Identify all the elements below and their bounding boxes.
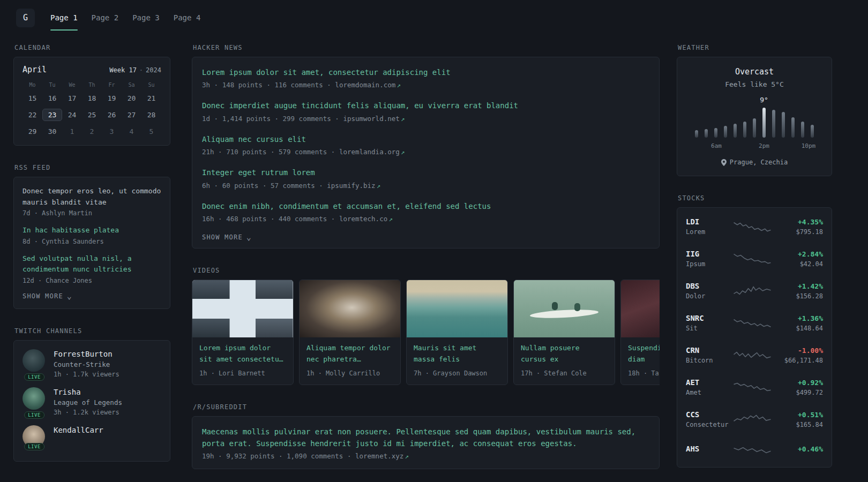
- news-title[interactable]: Aliquam nec cursus elit: [202, 133, 649, 145]
- weather-feels-like: Feels like 5°C: [686, 80, 823, 88]
- twitch-section-title: TWITCH CHANNELS: [14, 327, 170, 335]
- video-title[interactable]: Nullam posuere cursus ex: [521, 343, 608, 365]
- video-thumbnail[interactable]: [407, 280, 507, 337]
- rss-item-title[interactable]: Sed volutpat nulla nisl, a condimentum n…: [23, 253, 161, 275]
- stock-ticker[interactable]: SNRC: [686, 314, 733, 322]
- channel-name[interactable]: Trisha: [54, 387, 122, 396]
- video-card[interactable]: Suspendisse porta diam 18h · Tara: [620, 280, 660, 385]
- news-domain-link[interactable]: loremdomain.com: [335, 81, 395, 89]
- video-thumbnail[interactable]: [621, 280, 660, 337]
- stock-row[interactable]: DBS Dolor +1.42% $156.28: [686, 275, 823, 307]
- stock-row[interactable]: SNRC Sit +1.36% $148.64: [686, 307, 823, 339]
- video-title[interactable]: Suspendisse porta diam: [628, 343, 660, 365]
- twitch-channel[interactable]: LIVE KendallCarr: [23, 425, 161, 448]
- video-title[interactable]: Aliquam tempor dolor nec pharetra…: [306, 343, 393, 365]
- stock-ticker[interactable]: AET: [686, 378, 733, 387]
- news-title[interactable]: Donec imperdiet augue tincidunt felis al…: [202, 100, 649, 111]
- dashboard: CALENDAR April Week 17·2024 Mo Tu We Th …: [0, 35, 868, 482]
- tab-page-4[interactable]: Page 4: [167, 0, 208, 35]
- reddit-post[interactable]: Maecenas mollis pulvinar erat non posuer…: [202, 426, 649, 461]
- stock-name: Ipsum: [686, 260, 733, 268]
- news-item[interactable]: Integer eget rutrum lorem 6h · 60 points…: [202, 167, 649, 189]
- stock-row[interactable]: CRN Bitcorn -1.00% $66,171.48: [686, 339, 823, 371]
- stock-ticker[interactable]: AHS: [686, 445, 733, 453]
- channel-category[interactable]: Counter-Strike: [54, 360, 119, 368]
- stock-row[interactable]: IIG Ipsum +2.84% $42.04: [686, 243, 823, 275]
- stock-change: +0.51%: [772, 411, 823, 419]
- stock-row[interactable]: LDI Lorem +4.35% $795.18: [686, 210, 823, 243]
- news-item[interactable]: Donec enim nibh, condimentum et accumsan…: [202, 200, 649, 223]
- stock-ticker[interactable]: LDI: [686, 217, 733, 226]
- stock-name: Consectetur: [686, 421, 733, 428]
- post-title[interactable]: Maecenas mollis pulvinar erat non posuer…: [202, 426, 649, 450]
- stock-row[interactable]: CCS Consectetur +0.51% $165.84: [686, 403, 823, 435]
- stock-sparkline: [733, 315, 772, 330]
- rss-section-title: RSS FEED: [14, 164, 170, 171]
- stock-ticker[interactable]: IIG: [686, 250, 733, 258]
- news-item[interactable]: Aliquam nec cursus elit 21h · 710 points…: [202, 133, 649, 156]
- tab-page-2[interactable]: Page 2: [85, 0, 126, 35]
- stock-change: +4.35%: [772, 218, 823, 226]
- news-title[interactable]: Donec enim nibh, condimentum et accumsan…: [202, 200, 649, 212]
- twitch-channel[interactable]: LIVE Trisha League of Legends 3h · 1.2k …: [23, 387, 161, 416]
- stock-ticker[interactable]: DBS: [686, 282, 733, 290]
- rss-item[interactable]: Donec tempor eros leo, ut commodo mauris…: [23, 186, 161, 217]
- channel-name[interactable]: ForrestBurton: [54, 349, 119, 358]
- channel-avatar[interactable]: [23, 387, 45, 410]
- channel-name[interactable]: KendallCarr: [54, 425, 103, 434]
- news-domain-link[interactable]: loremtech.co: [339, 215, 387, 223]
- calendar-day: 29: [23, 125, 42, 138]
- stock-ticker[interactable]: CCS: [686, 410, 733, 419]
- post-domain-link[interactable]: loremnet.xyz: [355, 452, 403, 460]
- stock-id: SNRC Sit: [686, 314, 733, 332]
- channel-avatar[interactable]: [23, 349, 45, 372]
- news-item[interactable]: Lorem ipsum dolor sit amet, consectetur …: [202, 66, 649, 89]
- news-domain-link[interactable]: ipsumify.biz: [327, 182, 375, 190]
- calendar-day-next-month: 1: [62, 125, 82, 138]
- news-domain-link[interactable]: ipsumworld.net: [343, 115, 399, 123]
- news-item[interactable]: Donec imperdiet augue tincidunt felis al…: [202, 100, 649, 122]
- video-title[interactable]: Mauris sit amet massa felis: [414, 343, 500, 365]
- news-title[interactable]: Lorem ipsum dolor sit amet, consectetur …: [202, 66, 649, 78]
- twitch-widget: TWITCH CHANNELS LIVE ForrestBurton Count…: [13, 327, 170, 462]
- rss-item-title[interactable]: In hac habitasse platea: [23, 225, 161, 236]
- weather-location[interactable]: Prague, Czechia: [686, 159, 823, 166]
- stock-row[interactable]: AHS +0.46%: [686, 435, 823, 464]
- rss-item-title[interactable]: Donec tempor eros leo, ut commodo mauris…: [23, 186, 161, 208]
- channel-category[interactable]: League of Legends: [54, 398, 122, 406]
- avatar-wrap: LIVE: [23, 387, 46, 416]
- stock-change: +0.46%: [772, 445, 823, 453]
- weather-bar-current: 9°: [762, 108, 766, 138]
- video-title[interactable]: Lorem ipsum dolor sit amet consectetu…: [199, 343, 286, 365]
- video-thumbnail[interactable]: [514, 280, 615, 337]
- stock-ticker[interactable]: CRN: [686, 346, 733, 355]
- stock-price: $42.04: [772, 260, 823, 268]
- news-meta: 1d · 1,414 points · 299 comments · ipsum…: [202, 115, 649, 123]
- news-show-more-button[interactable]: SHOW MORE ⌄: [202, 234, 649, 241]
- calendar-day: 22: [23, 109, 42, 121]
- news-title[interactable]: Integer eget rutrum lorem: [202, 167, 649, 178]
- twitch-channel[interactable]: LIVE ForrestBurton Counter-Strike 1h · 1…: [23, 349, 161, 378]
- show-more-label: SHOW MORE: [23, 292, 63, 300]
- calendar-day-next-month: 2: [82, 125, 102, 138]
- channel-info: Trisha League of Legends 3h · 1.2k viewe…: [54, 387, 122, 416]
- calendar-day-next-month: 3: [102, 125, 122, 138]
- rss-item[interactable]: Sed volutpat nulla nisl, a condimentum n…: [23, 253, 161, 284]
- calendar-widget: CALENDAR April Week 17·2024 Mo Tu We Th …: [13, 44, 170, 146]
- tab-page-3[interactable]: Page 3: [125, 0, 167, 35]
- tab-page-1[interactable]: Page 1: [43, 0, 85, 35]
- rss-item[interactable]: In hac habitasse platea 8d · Cynthia Sau…: [23, 225, 161, 245]
- stock-price: $795.18: [772, 228, 823, 236]
- video-card[interactable]: Aliquam tempor dolor nec pharetra… 1h · …: [299, 280, 401, 385]
- news-domain-link[interactable]: loremlandia.org: [339, 148, 400, 156]
- video-card[interactable]: Mauris sit amet massa felis 7h · Grayson…: [406, 280, 508, 385]
- rss-show-more-button[interactable]: SHOW MORE ⌄: [23, 292, 161, 300]
- video-card[interactable]: Lorem ipsum dolor sit amet consectetu… 1…: [192, 280, 294, 385]
- video-thumbnail[interactable]: [300, 280, 400, 337]
- stock-row[interactable]: AET Amet +0.92% $499.72: [686, 371, 823, 403]
- video-thumbnail[interactable]: [192, 280, 293, 337]
- video-card[interactable]: Nullam posuere cursus ex 17h · Stefan Co…: [513, 280, 615, 385]
- stock-id: CCS Consectetur: [686, 410, 733, 428]
- calendar-day: 16: [42, 92, 62, 104]
- app-logo[interactable]: G: [16, 9, 35, 27]
